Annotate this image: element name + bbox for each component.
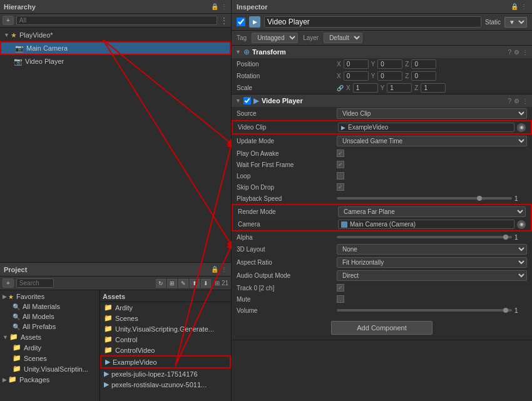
audio-output-dropdown[interactable]: Direct xyxy=(337,270,527,281)
play-on-awake-checkbox[interactable]: ✓ xyxy=(337,150,344,157)
rotation-z-input[interactable] xyxy=(411,71,436,81)
playback-slider-thumb[interactable] xyxy=(477,196,482,201)
hierarchy-search-input[interactable] xyxy=(16,16,217,25)
sidebar-item-allmaterials[interactable]: 🔍 All Materials xyxy=(0,302,100,312)
file-control[interactable]: 📁 Control xyxy=(100,334,231,345)
file-visualscripting[interactable]: 📁 Unity.VisualScripting.Generate... xyxy=(100,323,231,334)
camera-row: Camera Main Camera (Camera) ◉ xyxy=(232,218,532,231)
volume-value: 1 xyxy=(514,307,527,314)
packages-folder-icon: 📁 xyxy=(8,375,17,383)
project-toolbar-btn4[interactable]: ⬆ xyxy=(190,279,200,288)
file-controlvideo[interactable]: 📁 ControlVideo xyxy=(100,345,231,355)
volume-slider-thumb[interactable] xyxy=(503,308,508,313)
static-dropdown[interactable]: ▼ xyxy=(504,17,527,28)
sidebar-item-scenes[interactable]: 📁 Scenes xyxy=(0,353,100,363)
project-lock-icon[interactable]: 🔒 xyxy=(211,266,218,273)
file-scenes[interactable]: 📁 Scenes xyxy=(100,313,231,323)
sidebar-item-ardity[interactable]: 📁 Ardity xyxy=(0,342,100,353)
project-add-button[interactable]: + xyxy=(3,278,14,288)
rotation-row: Rotation X Y Z xyxy=(232,70,532,82)
sidebar-item-allmodels[interactable]: 🔍 All Models xyxy=(0,312,100,322)
project-panel: Project 🔒 ⋮ + ↻ ⊞ ✎ ⬆ xyxy=(0,263,231,401)
sidebar-item-visualscripting[interactable]: 📁 Unity.VisualScriptin... xyxy=(0,363,100,374)
object-enabled-checkbox[interactable] xyxy=(237,18,245,26)
hierarchy-item-playvideo[interactable]: ▼ ★ PlayVideo* xyxy=(0,29,231,41)
expand-arrow-icon: ▼ xyxy=(4,32,9,38)
playback-slider[interactable] xyxy=(337,197,512,200)
transform-header[interactable]: ▼ ⊕ Transform ? ⚙ ⋮ xyxy=(232,46,532,58)
camera-select-icon[interactable]: ◉ xyxy=(517,220,526,229)
video-file-icon2: ▶ xyxy=(104,370,109,378)
file-examplevideo[interactable]: ▶ ExampleVideo xyxy=(100,355,231,368)
vp-menu-icon[interactable]: ⋮ xyxy=(522,98,528,104)
sidebar-item-allprefabs[interactable]: 🔍 All Prefabs xyxy=(0,322,100,332)
sidebar-label: Unity.VisualScriptin... xyxy=(24,365,88,373)
project-toolbar-btn1[interactable]: ↻ xyxy=(156,279,166,288)
file-pexels1[interactable]: ▶ pexels-julio-lopez-17514176 xyxy=(100,368,231,379)
position-y-input[interactable] xyxy=(377,59,402,69)
vp-enabled-checkbox[interactable] xyxy=(243,97,251,104)
add-component-button[interactable]: Add Component xyxy=(331,321,432,335)
layer-dropdown[interactable]: Default xyxy=(324,33,362,43)
project-search-input[interactable] xyxy=(16,278,54,288)
transform-menu-icon[interactable]: ⋮ xyxy=(522,49,528,56)
wait-checkbox[interactable]: ✓ xyxy=(337,161,344,168)
volume-slider[interactable] xyxy=(337,309,512,312)
track-0-checkbox[interactable]: ✓ xyxy=(337,284,344,292)
vp-settings-icon[interactable]: ⚙ xyxy=(514,98,519,104)
favorites-section-header[interactable]: ▶ ★ Favorites xyxy=(0,292,100,302)
position-x-input[interactable] xyxy=(344,59,369,69)
project-toolbar-btn3[interactable]: ✎ xyxy=(178,279,188,288)
alpha-slider-thumb[interactable] xyxy=(503,235,508,240)
video-clip-select-icon[interactable]: ◉ xyxy=(517,123,526,132)
layer-label: Layer xyxy=(303,34,319,41)
inspector-header: Inspector 🔒 ⋮ xyxy=(232,0,532,14)
skip-checkbox[interactable]: ✓ xyxy=(337,183,344,191)
object-icon: 📷 xyxy=(14,58,23,66)
update-mode-dropdown[interactable]: Unscaled Game Time xyxy=(337,136,527,146)
render-mode-dropdown[interactable]: Camera Far Plane xyxy=(338,206,526,217)
project-toolbar-btn2[interactable]: ⊞ xyxy=(167,279,177,288)
file-pexels2[interactable]: ▶ pexels-rostislav-uzunov-5011... xyxy=(100,379,231,390)
project-header: Project 🔒 ⋮ xyxy=(0,263,231,277)
loop-checkbox[interactable] xyxy=(337,172,344,180)
aspect-ratio-dropdown[interactable]: Fit Horizontally xyxy=(337,257,527,268)
hierarchy-toolbar: + ⋮ xyxy=(0,14,231,28)
scale-label: Scale xyxy=(237,84,337,91)
project-toolbar-btn5[interactable]: ⬇ xyxy=(201,279,211,288)
file-label: Ardity xyxy=(115,304,133,312)
object-name-field[interactable] xyxy=(264,16,481,28)
position-row: Position X Y Z xyxy=(232,58,532,70)
hierarchy-menu-icon[interactable]: ⋮ xyxy=(221,3,227,10)
source-dropdown[interactable]: Video Clip xyxy=(337,108,527,119)
scale-row: Scale 🔗 X Y Z xyxy=(232,82,532,94)
alpha-slider[interactable] xyxy=(337,236,512,238)
position-z-input[interactable] xyxy=(411,59,436,69)
hierarchy-dots-icon[interactable]: ⋮ xyxy=(220,16,228,26)
hierarchy-add-button[interactable]: + xyxy=(3,16,14,25)
packages-section-header[interactable]: ▶ 📁 Packages xyxy=(0,374,100,385)
rotation-x-input[interactable] xyxy=(344,71,369,81)
hierarchy-item-videoplayer[interactable]: 📷 Video Player xyxy=(0,55,231,68)
rotation-y-input[interactable] xyxy=(377,71,402,81)
hierarchy-lock-icon[interactable]: 🔒 xyxy=(211,3,218,10)
inspector-menu-icon[interactable]: ⋮ xyxy=(521,3,527,10)
scale-x-input[interactable] xyxy=(353,83,378,93)
transform-settings-icon[interactable]: ⚙ xyxy=(514,49,519,56)
vp-help-icon[interactable]: ? xyxy=(508,98,511,104)
layout-3d-dropdown[interactable]: None xyxy=(337,244,527,255)
favorites-star-icon: ★ xyxy=(8,293,14,300)
scale-z-input[interactable] xyxy=(421,83,446,93)
assets-section-header[interactable]: ▼ 📁 Assets xyxy=(0,332,100,342)
tag-dropdown[interactable]: Untagged xyxy=(252,33,298,43)
hierarchy-item-maincamera[interactable]: 📷 Main Camera xyxy=(0,41,231,55)
project-menu-icon[interactable]: ⋮ xyxy=(221,266,227,273)
inspector-lock-icon[interactable]: 🔒 xyxy=(511,3,518,10)
mute-checkbox[interactable] xyxy=(337,295,344,303)
video-player-header[interactable]: ▼ ▶ Video Player ? ⚙ ⋮ xyxy=(232,94,532,107)
file-ardity[interactable]: 📁 Ardity xyxy=(100,302,231,313)
file-label: pexels-rostislav-uzunov-5011... xyxy=(111,381,207,388)
transform-help-icon[interactable]: ? xyxy=(508,49,511,56)
scale-y-input[interactable] xyxy=(387,83,412,93)
hierarchy-label: Video Player xyxy=(25,58,64,65)
